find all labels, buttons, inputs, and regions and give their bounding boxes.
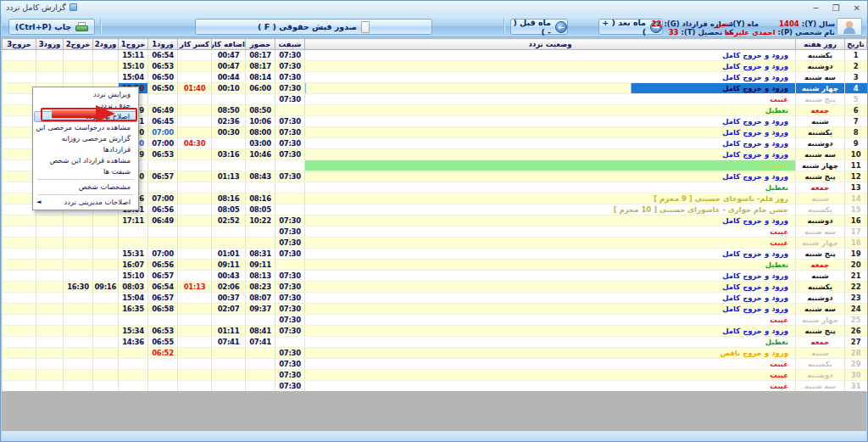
cell-shift[interactable] bbox=[275, 160, 305, 171]
cell-entry1[interactable]: 06:56 bbox=[148, 204, 178, 215]
cell-entry2[interactable] bbox=[93, 271, 119, 282]
cell-entry3[interactable] bbox=[36, 215, 64, 227]
cell-exit3[interactable] bbox=[3, 249, 36, 260]
cell-entry2[interactable] bbox=[93, 359, 119, 370]
cell-overtime[interactable]: 00:43 bbox=[212, 271, 246, 282]
cell-exit2[interactable] bbox=[64, 72, 93, 83]
cell-shift[interactable]: 07:30 bbox=[275, 215, 305, 227]
cell-presence[interactable]: 08:13 bbox=[246, 271, 275, 282]
cell-exit1[interactable]: 08:03 bbox=[119, 282, 148, 293]
print-button[interactable]: چاپ (Ctrl+P) bbox=[8, 19, 95, 35]
cell-entry2[interactable] bbox=[93, 381, 119, 392]
cell-deficit[interactable] bbox=[178, 359, 212, 370]
cell-entry1[interactable] bbox=[148, 381, 178, 392]
cell-exit3[interactable] bbox=[3, 83, 36, 94]
cell-presence[interactable] bbox=[246, 182, 275, 193]
cell-entry1[interactable]: 06:50 bbox=[148, 83, 178, 94]
cell-overtime[interactable] bbox=[212, 359, 246, 370]
cell-exit3[interactable] bbox=[3, 304, 36, 315]
cell-exit1[interactable]: 17:11 bbox=[119, 215, 148, 227]
cell-overtime[interactable]: 00:30 bbox=[212, 127, 246, 138]
cell-weekday[interactable]: سه شنبه bbox=[796, 304, 845, 315]
cell-status[interactable]: روز قلم- تاسوعای حسینی [ 9 محرم ] bbox=[305, 193, 796, 204]
cell-weekday[interactable]: پنج شنبه bbox=[796, 171, 845, 182]
cell-entry3[interactable] bbox=[36, 72, 64, 83]
menu-item-0[interactable]: ویرایش تردد bbox=[34, 89, 137, 100]
cell-exit2[interactable] bbox=[64, 326, 93, 337]
cell-weekday[interactable]: چهار شنبه bbox=[796, 315, 845, 326]
cell-status[interactable]: تعطیل bbox=[305, 260, 796, 271]
menu-item-7[interactable]: شیفت ها bbox=[34, 166, 137, 177]
cell-entry2[interactable] bbox=[93, 227, 119, 238]
cell-entry3[interactable] bbox=[36, 359, 64, 370]
cell-entry1[interactable] bbox=[148, 370, 178, 381]
cell-overtime[interactable]: 00:10 bbox=[212, 83, 246, 94]
cell-overtime[interactable]: 02:52 bbox=[212, 215, 246, 227]
cell-status[interactable]: غیبت bbox=[305, 227, 796, 238]
cell-date[interactable]: 11 bbox=[845, 160, 867, 171]
cell-exit3[interactable] bbox=[3, 260, 36, 271]
cell-presence[interactable]: 08:00 bbox=[246, 127, 275, 138]
cell-overtime[interactable]: 00:37 bbox=[212, 293, 246, 304]
cell-presence[interactable]: 10:06 bbox=[246, 116, 275, 127]
cell-deficit[interactable] bbox=[178, 160, 212, 171]
cell-entry1[interactable] bbox=[148, 359, 178, 370]
cell-status[interactable]: غیبت bbox=[305, 238, 796, 249]
cell-presence[interactable] bbox=[246, 370, 275, 381]
cell-weekday[interactable]: یکشنبه bbox=[796, 282, 845, 293]
cell-exit1[interactable] bbox=[119, 315, 148, 326]
cell-entry3[interactable] bbox=[36, 370, 64, 381]
cell-exit3[interactable] bbox=[3, 348, 36, 359]
cell-exit1[interactable]: 15:04 bbox=[119, 72, 148, 83]
cell-exit3[interactable] bbox=[3, 138, 36, 149]
cell-weekday[interactable]: چهار شنبه bbox=[796, 238, 845, 249]
cell-exit1[interactable]: 15:10 bbox=[119, 61, 148, 72]
cell-deficit[interactable] bbox=[178, 116, 212, 127]
cell-overtime[interactable] bbox=[212, 138, 246, 149]
cell-presence[interactable]: 10:46 bbox=[246, 149, 275, 160]
cell-shift[interactable] bbox=[275, 337, 305, 348]
cell-deficit[interactable] bbox=[178, 381, 212, 392]
cell-date[interactable]: 15 bbox=[845, 204, 867, 215]
cell-entry2[interactable]: 09:16 bbox=[93, 282, 119, 293]
cell-date[interactable]: 21 bbox=[845, 271, 867, 282]
cell-shift[interactable]: 07:30 bbox=[275, 138, 305, 149]
cell-deficit[interactable] bbox=[178, 193, 212, 204]
cell-status[interactable]: ورود و خروج کامل bbox=[305, 326, 796, 337]
cell-exit1[interactable]: 15:10 bbox=[119, 271, 148, 282]
cell-entry1[interactable] bbox=[148, 227, 178, 238]
cell-exit1[interactable] bbox=[119, 348, 148, 359]
cell-exit3[interactable] bbox=[3, 282, 36, 293]
cell-exit3[interactable] bbox=[3, 271, 36, 282]
cell-overtime[interactable] bbox=[212, 315, 246, 326]
cell-shift[interactable] bbox=[275, 204, 305, 215]
cell-shift[interactable]: 07:30 bbox=[275, 116, 305, 127]
cell-date[interactable]: 8 bbox=[845, 127, 867, 138]
cell-entry3[interactable] bbox=[36, 260, 64, 271]
cell-overtime[interactable] bbox=[212, 348, 246, 359]
cell-entry1[interactable] bbox=[148, 238, 178, 249]
cell-status[interactable]: ورود و خروج ناقص bbox=[305, 348, 796, 359]
cell-weekday[interactable]: جمعه bbox=[796, 105, 845, 116]
cell-deficit[interactable] bbox=[178, 50, 212, 61]
cell-status[interactable]: جشن خام خواری - عاشورای حسینی [ 10 محرم … bbox=[305, 204, 796, 215]
cell-entry1[interactable]: 07:00 bbox=[148, 127, 178, 138]
cell-status[interactable]: غیبت bbox=[305, 94, 796, 105]
cell-exit3[interactable] bbox=[3, 149, 36, 160]
cell-entry3[interactable] bbox=[36, 381, 64, 392]
cell-overtime[interactable] bbox=[212, 381, 246, 392]
cell-weekday[interactable]: جمعه bbox=[796, 337, 845, 348]
cell-overtime[interactable]: 01:01 bbox=[212, 249, 246, 260]
cell-presence[interactable]: 08:41 bbox=[246, 326, 275, 337]
cell-date[interactable]: 22 bbox=[845, 282, 867, 293]
cell-exit2[interactable] bbox=[64, 260, 93, 271]
cell-exit3[interactable] bbox=[3, 227, 36, 238]
cell-status[interactable]: ورود و خروج کامل bbox=[305, 249, 796, 260]
cell-entry1[interactable]: 06:53 bbox=[148, 149, 178, 160]
cell-weekday[interactable]: دوشنبه bbox=[796, 61, 845, 72]
cell-weekday[interactable]: دوشنبه bbox=[796, 370, 845, 381]
cell-date[interactable]: 18 bbox=[845, 238, 867, 249]
cell-status[interactable]: ورود و خروج کامل bbox=[305, 149, 796, 160]
cell-weekday[interactable]: سه شنبه bbox=[796, 149, 845, 160]
cell-entry1[interactable]: 06:54 bbox=[148, 282, 178, 293]
